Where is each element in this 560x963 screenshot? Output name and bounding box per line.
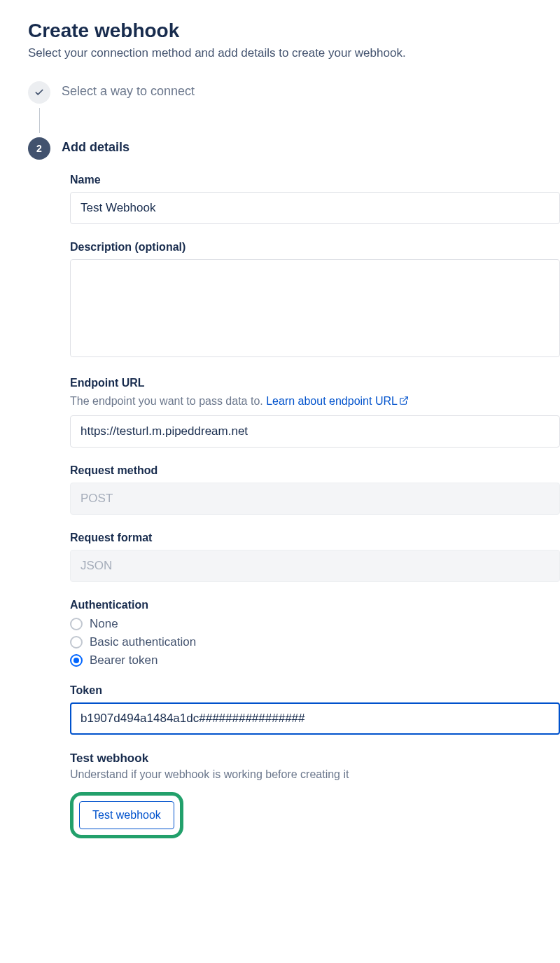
test-webhook-highlight: Test webhook (70, 792, 183, 838)
endpoint-learn-link[interactable]: Learn about endpoint URL (266, 395, 409, 407)
auth-option-basic-label: Basic authentication (90, 635, 196, 649)
auth-label: Authentication (70, 599, 560, 611)
page-subtitle: Select your connection method and add de… (28, 46, 560, 60)
auth-option-none-label: None (90, 617, 118, 631)
token-label: Token (70, 684, 560, 697)
radio-icon-selected (70, 654, 83, 667)
format-value: JSON (70, 550, 560, 582)
radio-icon (70, 618, 83, 630)
token-input[interactable] (70, 702, 560, 735)
step-2-title: Add details (62, 140, 130, 155)
test-webhook-title: Test webhook (70, 751, 560, 765)
description-label: Description (optional) (70, 241, 560, 254)
step-1-title: Select a way to connect (62, 84, 195, 99)
method-value: POST (70, 483, 560, 515)
step-1[interactable]: Select a way to connect (28, 81, 560, 104)
test-webhook-help: Understand if your webhook is working be… (70, 768, 560, 781)
auth-option-bearer[interactable]: Bearer token (70, 653, 560, 667)
method-label: Request method (70, 464, 560, 477)
auth-option-bearer-label: Bearer token (90, 653, 158, 667)
test-webhook-button[interactable]: Test webhook (79, 801, 174, 829)
description-textarea[interactable] (70, 259, 560, 357)
endpoint-help-text: The endpoint you want to pass data to. (70, 395, 266, 407)
auth-option-basic[interactable]: Basic authentication (70, 635, 560, 649)
step-connector (39, 108, 40, 133)
name-label: Name (70, 174, 560, 186)
auth-option-none[interactable]: None (70, 617, 560, 631)
step-2-badge: 2 (28, 137, 50, 160)
endpoint-input[interactable] (70, 415, 560, 448)
name-input[interactable] (70, 192, 560, 224)
svg-line-0 (403, 397, 407, 401)
step-2: 2 Add details (28, 137, 560, 160)
external-link-icon (399, 396, 409, 408)
page-title: Create webhook (28, 20, 560, 42)
check-icon (28, 81, 50, 104)
endpoint-label: Endpoint URL (70, 377, 560, 389)
endpoint-help: The endpoint you want to pass data to. L… (70, 395, 560, 408)
format-label: Request format (70, 532, 560, 544)
radio-icon (70, 636, 83, 649)
